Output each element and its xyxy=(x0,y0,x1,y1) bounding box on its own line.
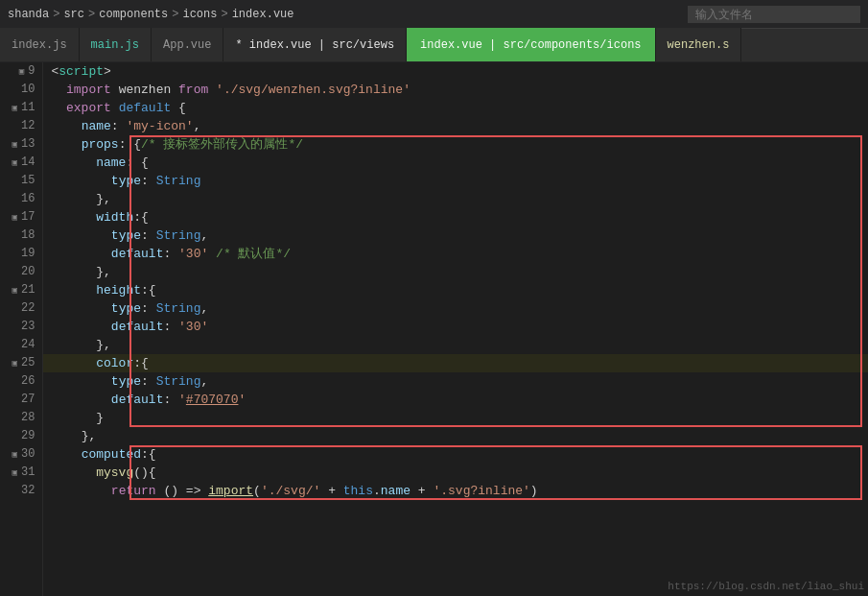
fold-arrow-icon[interactable] xyxy=(8,445,17,465)
code-line: export default { xyxy=(43,99,868,117)
fold-arrow-icon[interactable] xyxy=(8,281,17,300)
code-line: }, xyxy=(43,263,868,281)
line-number: 31 xyxy=(8,464,35,482)
breadcrumb-item[interactable]: icons xyxy=(182,8,217,21)
title-bar: shanda > src > components > icons > inde… xyxy=(0,0,868,29)
code-line: }, xyxy=(43,190,868,208)
line-number: 20 xyxy=(8,263,35,281)
tab-wenzhen[interactable]: wenzhen.s xyxy=(656,28,742,61)
tab-index-js[interactable]: index.js xyxy=(0,28,80,61)
code-line: height:{ xyxy=(43,281,868,299)
breadcrumb-item[interactable]: src xyxy=(63,8,84,21)
file-search-input[interactable] xyxy=(688,6,860,23)
breadcrumb-item[interactable]: components xyxy=(99,8,168,21)
breadcrumb-separator: > xyxy=(172,8,178,21)
line-number: 13 xyxy=(8,135,35,154)
code-line: type: String, xyxy=(43,372,868,391)
line-num-label: 24 xyxy=(21,336,35,354)
line-number: 22 xyxy=(8,299,35,318)
line-num-label: 31 xyxy=(21,464,35,482)
code-line: }, xyxy=(43,336,868,354)
line-number: 27 xyxy=(8,391,35,409)
line-number: 17 xyxy=(8,208,35,226)
watermark: https://blog.csdn.net/liao_shui xyxy=(668,581,864,592)
breadcrumb: shanda > src > components > icons > inde… xyxy=(8,8,293,21)
code-line: default: '30' xyxy=(43,318,868,336)
line-number: 18 xyxy=(8,226,35,245)
line-number: 15 xyxy=(8,172,35,190)
line-num-label: 20 xyxy=(21,263,35,281)
line-number: 9 xyxy=(8,62,35,81)
line-num-label: 22 xyxy=(21,299,35,318)
tab-index-vue-views[interactable]: * index.vue | src/views xyxy=(223,28,407,61)
editor-container: 9101112131415161718192021222324252627282… xyxy=(0,62,868,596)
line-number: 24 xyxy=(8,336,35,354)
code-line: computed:{ xyxy=(43,445,868,464)
code-line: type: String xyxy=(43,172,868,190)
fold-arrow-icon[interactable] xyxy=(8,464,17,483)
fold-arrow-icon[interactable] xyxy=(8,135,17,155)
tab-index-vue-icons[interactable]: index.vue | src/components/icons xyxy=(407,28,655,61)
code-line: <script> xyxy=(43,62,868,81)
tab-app-vue[interactable]: App.vue xyxy=(152,28,223,61)
line-num-label: 25 xyxy=(21,354,35,372)
line-num-label: 16 xyxy=(21,190,35,208)
line-num-label: 12 xyxy=(21,117,35,135)
tab-bar: index.js main.js App.vue * index.vue | s… xyxy=(0,29,868,62)
breadcrumb-separator: > xyxy=(88,8,95,21)
breadcrumb-item[interactable]: index.vue xyxy=(232,8,294,21)
line-num-label: 26 xyxy=(21,372,35,391)
line-number: 21 xyxy=(8,281,35,299)
line-number: 10 xyxy=(8,81,35,99)
code-line: } xyxy=(43,409,868,427)
code-line: name: 'my-icon', xyxy=(43,117,868,135)
breadcrumb-separator: > xyxy=(221,8,227,21)
line-number: 12 xyxy=(8,117,35,135)
line-num-label: 14 xyxy=(21,154,35,172)
fold-arrow-icon[interactable] xyxy=(14,62,24,82)
code-line: type: String, xyxy=(43,226,868,245)
line-number: 14 xyxy=(8,154,35,172)
code-line: mysvg(){ xyxy=(43,464,868,482)
line-number: 16 xyxy=(8,190,35,208)
line-num-label: 18 xyxy=(21,226,35,245)
line-num-label: 11 xyxy=(21,99,35,117)
line-num-label: 19 xyxy=(21,245,35,263)
line-num-label: 9 xyxy=(28,62,35,81)
line-number: 25 xyxy=(8,354,35,372)
fold-arrow-icon[interactable] xyxy=(8,354,17,373)
fold-arrow-icon[interactable] xyxy=(8,154,17,173)
line-number: 19 xyxy=(8,245,35,263)
line-num-label: 17 xyxy=(21,208,35,226)
code-line: default: '#707070' xyxy=(43,391,868,409)
code-line: import wenzhen from './svg/wenzhen.svg?i… xyxy=(43,81,868,99)
line-num-label: 15 xyxy=(21,172,35,190)
line-num-label: 29 xyxy=(21,427,35,445)
line-num-label: 28 xyxy=(21,409,35,427)
line-num-label: 23 xyxy=(21,318,35,336)
code-area[interactable]: <script> import wenzhen from './svg/wenz… xyxy=(43,62,868,596)
line-number: 32 xyxy=(8,482,35,500)
line-num-label: 21 xyxy=(21,281,35,299)
line-num-label: 10 xyxy=(21,81,35,99)
breadcrumb-separator: > xyxy=(53,8,59,21)
line-number: 28 xyxy=(8,409,35,427)
code-line: type: String, xyxy=(43,299,868,318)
line-number: 11 xyxy=(8,99,35,117)
line-num-label: 27 xyxy=(21,391,35,409)
code-line: default: '30' /* 默认值*/ xyxy=(43,245,868,263)
code-line: width:{ xyxy=(43,208,868,226)
breadcrumb-item[interactable]: shanda xyxy=(8,8,49,21)
line-num-label: 30 xyxy=(21,445,35,464)
fold-arrow-icon[interactable] xyxy=(8,208,17,227)
code-line: return () => import('./svg/' + this.name… xyxy=(43,482,868,500)
line-number: 23 xyxy=(8,318,35,336)
line-num-label: 32 xyxy=(21,482,35,500)
tab-main-js[interactable]: main.js xyxy=(80,28,152,61)
code-line: }, xyxy=(43,427,868,445)
line-num-label: 13 xyxy=(21,135,35,154)
line-number: 26 xyxy=(8,372,35,391)
code-line: props: {/* 接标签外部传入的属性*/ xyxy=(43,135,868,154)
code-line: name: { xyxy=(43,154,868,172)
fold-arrow-icon[interactable] xyxy=(8,99,17,118)
